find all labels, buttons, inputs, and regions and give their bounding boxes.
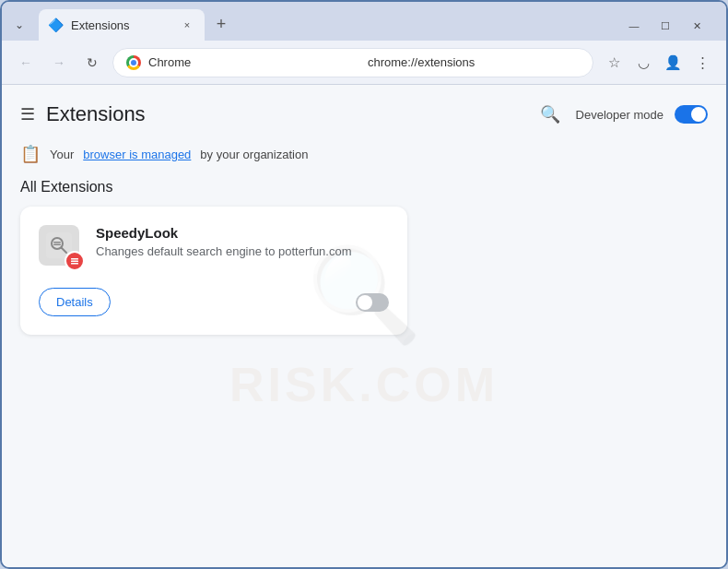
back-button[interactable]: ← xyxy=(13,50,39,76)
header-right: 🔍 Developer mode xyxy=(535,100,708,129)
chrome-logo-icon xyxy=(126,55,141,70)
extension-info: SpeedyLook Changes default search engine… xyxy=(96,225,389,269)
managed-prefix-text: Your xyxy=(50,148,74,161)
tab-title-label: Extensions xyxy=(71,18,171,32)
tab-favicon-icon: 🔷 xyxy=(48,18,64,32)
minimize-button[interactable]: — xyxy=(619,11,649,41)
svg-rect-6 xyxy=(71,261,78,263)
refresh-button[interactable]: ↻ xyxy=(79,50,105,76)
extension-name: SpeedyLook xyxy=(96,225,389,241)
address-input[interactable]: Chrome chrome://extensions xyxy=(112,48,593,77)
address-right-icons: ☆ ◡ 👤 ⋮ xyxy=(601,50,715,76)
forward-button[interactable]: → xyxy=(46,50,72,76)
menu-icon[interactable]: ⋮ xyxy=(689,50,715,76)
extensions-header: ☰ Extensions 🔍 Developer mode xyxy=(2,85,726,144)
extension-card-bottom: Details xyxy=(39,288,389,316)
extension-card-top: SpeedyLook Changes default search engine… xyxy=(39,225,389,269)
profile-icon[interactable]: 👤 xyxy=(660,50,686,76)
page-title: Extensions xyxy=(46,102,146,126)
extension-icon-wrap xyxy=(39,225,83,269)
search-icon[interactable]: 🔍 xyxy=(535,100,565,129)
extension-enable-toggle[interactable] xyxy=(356,293,389,312)
managed-banner: 📋 Your browser is managed by your organi… xyxy=(20,144,708,164)
new-tab-button[interactable]: + xyxy=(208,11,234,37)
watermark-text: RISK.COM xyxy=(229,357,499,412)
managed-org-icon: 📋 xyxy=(20,144,41,164)
developer-mode-toggle[interactable] xyxy=(675,105,708,124)
extension-badge-icon xyxy=(65,251,85,271)
page-content: 🔍 RISK.COM ☰ Extensions 🔍 Developer mode… xyxy=(2,85,726,567)
extensions-icon[interactable]: ◡ xyxy=(630,50,656,76)
extension-card: SpeedyLook Changes default search engine… xyxy=(20,207,407,335)
tab-close-button[interactable]: × xyxy=(179,17,195,33)
header-left: ☰ Extensions xyxy=(20,102,146,126)
svg-rect-5 xyxy=(71,258,78,260)
tab-bar: ⌄ 🔷 Extensions × + — ☐ ✕ xyxy=(2,2,726,41)
managed-suffix-text: by your organization xyxy=(200,148,308,161)
close-button[interactable]: ✕ xyxy=(682,11,711,41)
chrome-label: Chrome xyxy=(148,55,360,69)
dev-mode-label: Developer mode xyxy=(576,108,663,122)
browser-managed-link[interactable]: browser is managed xyxy=(83,148,191,161)
window-controls: — ☐ ✕ xyxy=(612,11,719,41)
svg-rect-7 xyxy=(71,263,78,265)
extension-description: Changes default search engine to potterf… xyxy=(96,244,389,258)
address-url: chrome://extensions xyxy=(368,55,580,69)
bookmark-star-icon[interactable]: ☆ xyxy=(601,50,627,76)
extension-details-button[interactable]: Details xyxy=(39,288,111,316)
all-extensions-title: All Extensions xyxy=(20,179,708,196)
browser-frame: ⌄ 🔷 Extensions × + — ☐ ✕ ← → ↻ Chrome ch… xyxy=(0,0,728,569)
svg-rect-3 xyxy=(53,242,61,243)
all-extensions-section: All Extensions xyxy=(2,179,726,335)
tab-history-chevron[interactable]: ⌄ xyxy=(9,15,29,35)
address-bar: ← → ↻ Chrome chrome://extensions ☆ ◡ 👤 ⋮ xyxy=(2,41,726,85)
tab-left-controls: ⌄ xyxy=(9,15,29,41)
hamburger-menu-icon[interactable]: ☰ xyxy=(20,104,35,124)
svg-rect-4 xyxy=(53,244,61,246)
maximize-button[interactable]: ☐ xyxy=(651,11,680,41)
active-tab[interactable]: 🔷 Extensions × xyxy=(39,9,205,41)
